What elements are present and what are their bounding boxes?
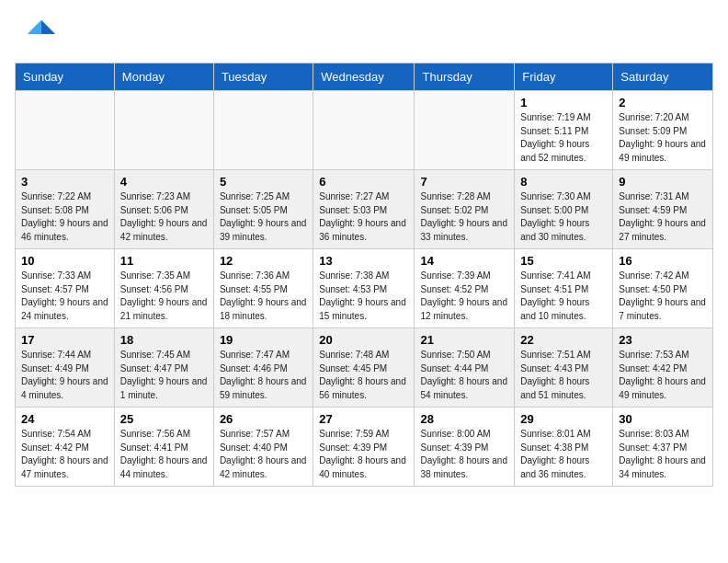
day-info: Sunrise: 8:03 AM Sunset: 4:37 PM Dayligh… [619, 428, 707, 481]
day-info: Sunrise: 7:30 AM Sunset: 5:00 PM Dayligh… [520, 190, 607, 244]
day-number: 25 [120, 412, 208, 426]
day-info: Sunrise: 7:47 AM Sunset: 4:46 PM Dayligh… [220, 349, 307, 402]
day-number: 11 [120, 254, 208, 268]
svg-marker-1 [28, 20, 41, 34]
svg-marker-0 [41, 20, 55, 34]
day-info: Sunrise: 7:59 AM Sunset: 4:39 PM Dayligh… [319, 428, 408, 481]
day-cell: 27Sunrise: 7:59 AM Sunset: 4:39 PM Dayli… [313, 408, 415, 487]
col-header-thursday: Thursday [415, 63, 515, 91]
day-info: Sunrise: 7:42 AM Sunset: 4:50 PM Dayligh… [619, 270, 707, 323]
col-header-wednesday: Wednesday [313, 63, 415, 91]
day-number: 27 [319, 412, 408, 426]
col-header-sunday: Sunday [16, 63, 115, 91]
day-cell: 17Sunrise: 7:44 AM Sunset: 4:49 PM Dayli… [16, 328, 115, 408]
day-cell: 30Sunrise: 8:03 AM Sunset: 4:37 PM Dayli… [613, 408, 713, 487]
week-row-3: 10Sunrise: 7:33 AM Sunset: 4:57 PM Dayli… [16, 249, 713, 328]
day-cell [213, 91, 313, 170]
day-info: Sunrise: 7:27 AM Sunset: 5:03 PM Dayligh… [319, 190, 408, 244]
day-info: Sunrise: 7:57 AM Sunset: 4:40 PM Dayligh… [220, 428, 307, 481]
calendar: SundayMondayTuesdayWednesdayThursdayFrid… [0, 63, 728, 501]
day-cell: 23Sunrise: 7:53 AM Sunset: 4:42 PM Dayli… [613, 328, 713, 408]
day-info: Sunrise: 7:48 AM Sunset: 4:45 PM Dayligh… [319, 349, 408, 402]
col-header-saturday: Saturday [613, 63, 713, 91]
day-cell: 12Sunrise: 7:36 AM Sunset: 4:55 PM Dayli… [213, 249, 313, 328]
day-cell: 24Sunrise: 7:54 AM Sunset: 4:42 PM Dayli… [16, 408, 115, 487]
day-number: 13 [319, 254, 408, 268]
day-number: 9 [619, 175, 707, 189]
day-cell [114, 91, 213, 170]
week-row-2: 3Sunrise: 7:22 AM Sunset: 5:08 PM Daylig… [16, 170, 713, 249]
calendar-body: 1Sunrise: 7:19 AM Sunset: 5:11 PM Daylig… [16, 91, 713, 487]
day-cell: 26Sunrise: 7:57 AM Sunset: 4:40 PM Dayli… [213, 408, 313, 487]
day-number: 26 [220, 412, 307, 426]
day-info: Sunrise: 8:01 AM Sunset: 4:38 PM Dayligh… [520, 428, 607, 481]
day-cell: 10Sunrise: 7:33 AM Sunset: 4:57 PM Dayli… [16, 249, 115, 328]
day-info: Sunrise: 7:28 AM Sunset: 5:02 PM Dayligh… [420, 190, 508, 244]
day-info: Sunrise: 7:50 AM Sunset: 4:44 PM Dayligh… [420, 349, 508, 402]
day-cell: 4Sunrise: 7:23 AM Sunset: 5:06 PM Daylig… [114, 170, 213, 249]
day-info: Sunrise: 7:54 AM Sunset: 4:42 PM Dayligh… [21, 428, 108, 481]
day-number: 1 [520, 96, 607, 109]
week-row-5: 24Sunrise: 7:54 AM Sunset: 4:42 PM Dayli… [16, 408, 713, 487]
day-cell: 8Sunrise: 7:30 AM Sunset: 5:00 PM Daylig… [515, 170, 613, 249]
day-info: Sunrise: 7:44 AM Sunset: 4:49 PM Dayligh… [21, 349, 108, 402]
day-number: 17 [21, 333, 108, 347]
day-info: Sunrise: 7:20 AM Sunset: 5:09 PM Dayligh… [619, 111, 707, 165]
col-header-friday: Friday [515, 63, 613, 91]
header-row: SundayMondayTuesdayWednesdayThursdayFrid… [16, 63, 713, 91]
day-number: 19 [220, 333, 307, 347]
day-cell: 14Sunrise: 7:39 AM Sunset: 4:52 PM Dayli… [415, 249, 515, 328]
day-cell [16, 91, 115, 170]
day-info: Sunrise: 7:33 AM Sunset: 4:57 PM Dayligh… [21, 270, 108, 323]
day-number: 28 [420, 412, 508, 426]
page-header [0, 0, 728, 63]
day-cell: 3Sunrise: 7:22 AM Sunset: 5:08 PM Daylig… [16, 170, 115, 249]
day-info: Sunrise: 7:38 AM Sunset: 4:53 PM Dayligh… [319, 270, 408, 323]
calendar-header: SundayMondayTuesdayWednesdayThursdayFrid… [16, 63, 713, 91]
day-number: 12 [220, 254, 307, 268]
day-cell: 6Sunrise: 7:27 AM Sunset: 5:03 PM Daylig… [313, 170, 415, 249]
day-info: Sunrise: 7:53 AM Sunset: 4:42 PM Dayligh… [619, 349, 707, 402]
day-cell: 19Sunrise: 7:47 AM Sunset: 4:46 PM Dayli… [213, 328, 313, 408]
col-header-monday: Monday [114, 63, 213, 91]
day-cell: 7Sunrise: 7:28 AM Sunset: 5:02 PM Daylig… [415, 170, 515, 249]
logo [22, 17, 61, 53]
day-number: 5 [220, 175, 307, 189]
day-info: Sunrise: 7:56 AM Sunset: 4:41 PM Dayligh… [120, 428, 208, 481]
week-row-1: 1Sunrise: 7:19 AM Sunset: 5:11 PM Daylig… [16, 91, 713, 170]
day-info: Sunrise: 7:25 AM Sunset: 5:05 PM Dayligh… [220, 190, 307, 244]
day-number: 16 [619, 254, 707, 268]
day-number: 3 [21, 175, 108, 189]
day-info: Sunrise: 7:39 AM Sunset: 4:52 PM Dayligh… [420, 270, 508, 323]
day-cell: 16Sunrise: 7:42 AM Sunset: 4:50 PM Dayli… [613, 249, 713, 328]
day-info: Sunrise: 7:45 AM Sunset: 4:47 PM Dayligh… [120, 349, 208, 402]
day-cell: 18Sunrise: 7:45 AM Sunset: 4:47 PM Dayli… [114, 328, 213, 408]
day-number: 6 [319, 175, 408, 189]
day-number: 18 [120, 333, 208, 347]
logo-icon [24, 17, 57, 50]
day-info: Sunrise: 7:23 AM Sunset: 5:06 PM Dayligh… [120, 190, 208, 244]
day-cell: 25Sunrise: 7:56 AM Sunset: 4:41 PM Dayli… [114, 408, 213, 487]
day-number: 2 [619, 96, 707, 109]
day-number: 24 [21, 412, 108, 426]
day-cell: 1Sunrise: 7:19 AM Sunset: 5:11 PM Daylig… [515, 91, 613, 170]
day-info: Sunrise: 7:41 AM Sunset: 4:51 PM Dayligh… [520, 270, 607, 323]
day-info: Sunrise: 7:35 AM Sunset: 4:56 PM Dayligh… [120, 270, 208, 323]
day-info: Sunrise: 7:51 AM Sunset: 4:43 PM Dayligh… [520, 349, 607, 402]
day-cell: 20Sunrise: 7:48 AM Sunset: 4:45 PM Dayli… [313, 328, 415, 408]
day-info: Sunrise: 7:31 AM Sunset: 4:59 PM Dayligh… [619, 190, 707, 244]
day-cell: 21Sunrise: 7:50 AM Sunset: 4:44 PM Dayli… [415, 328, 515, 408]
day-info: Sunrise: 7:22 AM Sunset: 5:08 PM Dayligh… [21, 190, 108, 244]
day-cell: 9Sunrise: 7:31 AM Sunset: 4:59 PM Daylig… [613, 170, 713, 249]
day-number: 10 [21, 254, 108, 268]
day-cell: 5Sunrise: 7:25 AM Sunset: 5:05 PM Daylig… [213, 170, 313, 249]
day-cell: 15Sunrise: 7:41 AM Sunset: 4:51 PM Dayli… [515, 249, 613, 328]
day-cell: 29Sunrise: 8:01 AM Sunset: 4:38 PM Dayli… [515, 408, 613, 487]
day-cell [313, 91, 415, 170]
calendar-table: SundayMondayTuesdayWednesdayThursdayFrid… [15, 63, 713, 487]
day-number: 29 [520, 412, 607, 426]
day-number: 15 [520, 254, 607, 268]
day-cell: 22Sunrise: 7:51 AM Sunset: 4:43 PM Dayli… [515, 328, 613, 408]
day-cell: 11Sunrise: 7:35 AM Sunset: 4:56 PM Dayli… [114, 249, 213, 328]
day-cell: 28Sunrise: 8:00 AM Sunset: 4:39 PM Dayli… [415, 408, 515, 487]
